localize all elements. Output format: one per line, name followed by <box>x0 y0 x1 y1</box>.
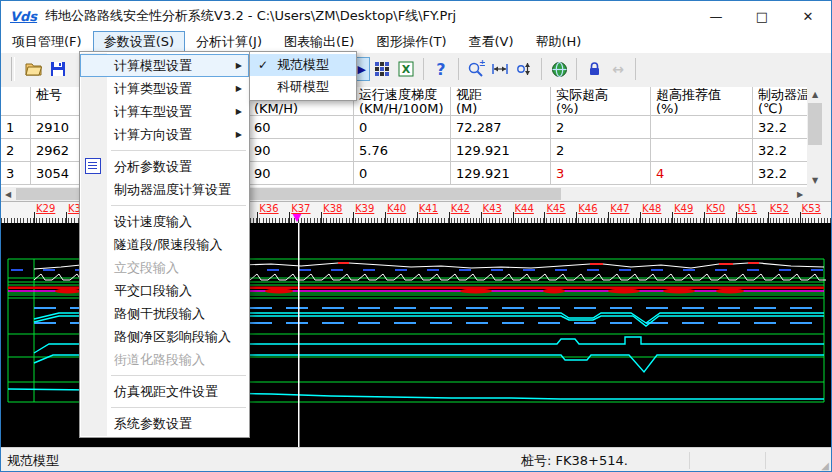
ruler-major-tick <box>704 212 705 223</box>
table-cell[interactable]: 129.921 <box>451 139 551 162</box>
table-vertical-scrollbar[interactable]: ▲ ▼ <box>807 87 823 187</box>
menu-item-calc-model[interactable]: 计算模型设置▶ <box>80 54 249 77</box>
toolbar-grip[interactable] <box>11 57 15 81</box>
menubar-item-analysis[interactable]: 分析计算(J) <box>185 31 273 53</box>
excel-export-button[interactable]: X <box>394 57 418 81</box>
minimize-button[interactable]: — <box>693 1 739 31</box>
table-cell[interactable]: 2 <box>551 139 651 162</box>
table-cell[interactable]: 90 <box>249 162 354 185</box>
ruler-label: K48 <box>642 204 661 214</box>
table-cell[interactable]: 0 <box>354 162 451 185</box>
menu-item-roadside-interference[interactable]: 路侧干扰段输入 <box>80 302 249 325</box>
menu-item-roadside-clearzone[interactable]: 路侧净区影响段输入 <box>80 325 249 348</box>
menubar-item-params[interactable]: 参数设置(S) <box>93 31 185 53</box>
table-cell[interactable] <box>651 116 753 139</box>
menu-item-tunnel-limit[interactable]: 隧道段/限速段输入 <box>80 233 249 256</box>
table-cell[interactable]: 32.2 <box>753 116 807 139</box>
status-station: 桩号: FK38+514. <box>521 452 628 470</box>
toolbar-separator <box>458 58 459 80</box>
menu-item-brake-temp[interactable]: 制动器温度计算设置 <box>80 178 249 201</box>
table-cell[interactable]: 129.921 <box>451 162 551 185</box>
column-header-3[interactable]: 运行速度梯度(KM/H/100M) <box>354 87 451 116</box>
table-cell[interactable]: 3 <box>551 162 651 185</box>
chart-grid-button[interactable] <box>370 57 394 81</box>
row-number-cell[interactable]: 1 <box>1 116 31 139</box>
menu-item-design-speed[interactable]: 设计速度输入 <box>80 210 249 233</box>
column-header-7[interactable]: 制动器温度(℃) <box>753 87 807 116</box>
scroll-up-icon[interactable]: ▲ <box>807 87 823 101</box>
pan-button[interactable]: ↔ <box>606 57 630 81</box>
column-unit: (M) <box>456 102 547 116</box>
app-logo-icon: Vds <box>10 9 37 24</box>
ruler-label: K43 <box>483 204 502 214</box>
ruler-label: K51 <box>738 204 757 214</box>
column-unit: (%) <box>556 102 647 116</box>
toolbar-group-right: s▶X?±↔ <box>346 57 641 81</box>
scroll-down-icon[interactable]: ▼ <box>807 173 823 187</box>
row-number-cell[interactable]: 2 <box>1 139 31 162</box>
zoom-range-button[interactable]: ± <box>464 57 488 81</box>
measure-horizontal-button[interactable] <box>488 57 512 81</box>
row-number-cell[interactable]: 3 <box>1 162 31 185</box>
menu-item-calc-type[interactable]: 计算类型设置▶ <box>80 77 249 100</box>
table-cell[interactable]: 60 <box>249 116 354 139</box>
submenu-arrow-icon: ▶ <box>236 54 242 77</box>
measure-vertical-button[interactable] <box>512 57 536 81</box>
web-globe-button[interactable] <box>547 57 571 81</box>
table-cell[interactable]: 4 <box>651 162 753 185</box>
vertical-scroll-thumb[interactable] <box>808 103 822 145</box>
ruler-label: K40 <box>387 204 406 214</box>
table-cell[interactable] <box>651 139 753 162</box>
table-cell[interactable]: 32.2 <box>753 162 807 185</box>
scrollbar-corner <box>807 187 832 201</box>
menu-item-system-params[interactable]: 系统参数设置 <box>80 412 249 435</box>
ruler-label: K36 <box>259 204 278 214</box>
toolbar-separator <box>635 58 636 80</box>
menubar-item-chart-output[interactable]: 图表输出(E) <box>273 31 365 53</box>
close-button[interactable]: ✕ <box>785 1 831 31</box>
table-cell[interactable]: 90 <box>249 139 354 162</box>
excel-export-icon: X <box>398 61 414 77</box>
submenu-item-research-model[interactable]: 科研模型 <box>250 76 356 98</box>
ruler-label: K49 <box>674 204 693 214</box>
open-project-button[interactable] <box>22 57 46 81</box>
menu-item-analysis-params[interactable]: 分析参数设置 <box>80 155 249 178</box>
column-header-0[interactable] <box>1 87 31 116</box>
menu-item-label: 计算类型设置 <box>114 81 192 96</box>
scroll-right-icon[interactable]: ▶ <box>793 187 807 201</box>
table-cell[interactable]: 32.2 <box>753 139 807 162</box>
table-cell[interactable]: 2 <box>551 116 651 139</box>
menubar-item-view[interactable]: 查看(V) <box>457 31 524 53</box>
menu-item-label: 设计速度输入 <box>114 214 192 229</box>
ruler-major-tick <box>321 212 322 223</box>
ruler-label: K45 <box>546 204 565 214</box>
menubar-item-help[interactable]: 帮助(H) <box>525 31 593 53</box>
status-model: 规范模型 <box>7 452 59 470</box>
submenu-item-standard-model[interactable]: ✓规范模型 <box>250 54 356 76</box>
menubar-item-project[interactable]: 项目管理(F) <box>1 31 93 53</box>
help-button[interactable]: ? <box>429 57 453 81</box>
save-button[interactable] <box>46 57 70 81</box>
column-header-5[interactable]: 实际超高(%) <box>551 87 651 116</box>
menu-item-calc-vehicle[interactable]: 计算车型设置▶ <box>80 100 249 123</box>
column-header-4[interactable]: 视距(M) <box>451 87 551 116</box>
menu-item-intersection[interactable]: 平交口段输入 <box>80 279 249 302</box>
resize-grip-icon[interactable]: ◢ <box>821 460 829 471</box>
scroll-left-icon[interactable]: ◀ <box>1 187 15 201</box>
menu-item-sim-sight[interactable]: 仿真视距文件设置 <box>80 380 249 403</box>
menu-separator <box>111 407 246 408</box>
table-cell[interactable]: 5.76 <box>354 139 451 162</box>
lock-button[interactable] <box>582 57 606 81</box>
menu-item-label: 计算模型设置 <box>114 58 192 73</box>
ruler-major-tick <box>449 212 450 223</box>
menu-item-street-section[interactable]: 街道化路段输入 <box>80 348 249 371</box>
menubar-item-graphic-ops[interactable]: 图形操作(T) <box>365 31 457 53</box>
ruler-label: K39 <box>355 204 374 214</box>
svg-text:X: X <box>402 63 411 76</box>
table-cell[interactable]: 0 <box>354 116 451 139</box>
maximize-button[interactable]: □ <box>739 1 785 31</box>
table-cell[interactable]: 72.287 <box>451 116 551 139</box>
column-header-6[interactable]: 超高推荐值(%) <box>651 87 753 116</box>
menu-item-interchange[interactable]: 立交段输入 <box>80 256 249 279</box>
menu-item-calc-direction[interactable]: 计算方向设置▶ <box>80 123 249 146</box>
